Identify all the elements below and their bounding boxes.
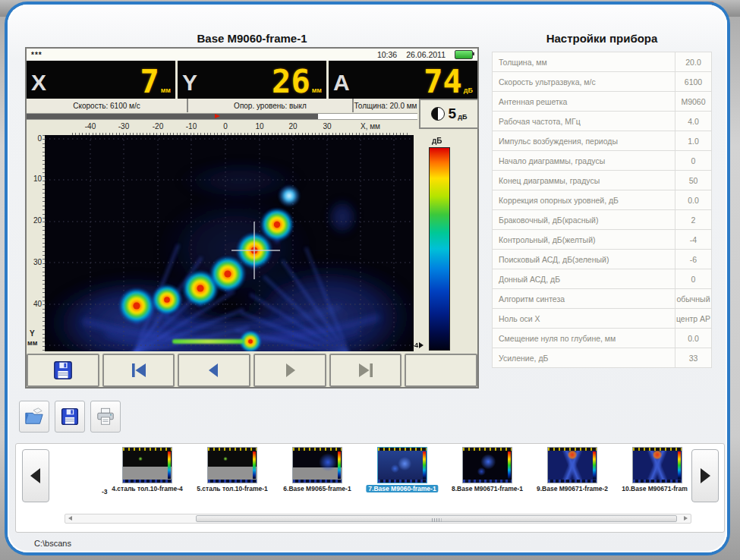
filmstrip-scrollbar[interactable]: [65, 514, 691, 524]
save-file-button[interactable]: [55, 401, 85, 433]
nav-spacer-button[interactable]: [405, 354, 477, 387]
last-frame-button[interactable]: [329, 354, 402, 387]
setting-value: 4.0: [675, 112, 712, 131]
thumbnail-image: [633, 451, 682, 480]
settings-row: Скорость ультразвука, м/с6100: [493, 72, 712, 92]
setting-value: 6100: [675, 72, 712, 92]
filmstrip-item[interactable]: 6.Base M9065-frame-1: [292, 447, 342, 496]
device-status-left: ***: [31, 51, 43, 59]
filmstrip-scroll-right-button[interactable]: [691, 449, 719, 502]
settings-row: Донный АСД, дБ0: [493, 269, 712, 289]
save-frame-button[interactable]: [27, 354, 99, 387]
filmstrip-item[interactable]: 5.сталь тол.10-frame-1: [207, 447, 257, 496]
scan-title: Base M9060-frame-1: [25, 32, 479, 45]
x-axis-tick: -10: [186, 122, 197, 131]
filmstrip-label: 9.Base M90671-frame-2: [537, 485, 608, 492]
filmstrip-thumbnail[interactable]: [122, 447, 172, 483]
scrollbar-left-arrow-icon[interactable]: [68, 516, 72, 521]
x-axis-tick: -30: [118, 122, 129, 131]
settings-row: Ноль оси Xцентр АР: [493, 309, 712, 329]
filmstrip-thumbnail[interactable]: [462, 447, 512, 483]
setting-label: Усиление, дБ: [493, 348, 675, 368]
bscan-image[interactable]: [45, 135, 414, 351]
setting-value: 0.0: [675, 329, 712, 348]
readout-unit: мм: [161, 87, 171, 94]
filmstrip-thumbnail[interactable]: [377, 447, 427, 483]
readout-label: Y: [182, 71, 197, 94]
settings-row: Начало диаграммы, градусы0: [493, 151, 712, 171]
filmstrip-item[interactable]: 9.Base M90671-frame-2: [547, 447, 597, 496]
filmstrip-thumbnail[interactable]: [632, 447, 682, 483]
filmstrip-thumbnail[interactable]: [547, 447, 597, 483]
save-icon: [52, 360, 74, 381]
setting-value: -4: [675, 230, 712, 250]
contrast-unit: дБ: [458, 113, 467, 121]
x-axis-tick: 20: [288, 122, 297, 131]
scan-position-bar: [27, 113, 417, 120]
prev-frame-button[interactable]: [178, 354, 250, 387]
setting-label: Толщина, мм: [493, 52, 675, 72]
readout-value: 7: [140, 68, 159, 97]
colorbar-column: дБ -4: [414, 135, 480, 351]
x-axis-unit: X, мм: [361, 122, 380, 131]
contrast-control[interactable]: 5 дБ: [419, 99, 479, 129]
setting-value: -6: [675, 250, 712, 269]
x-axis-tick: -40: [85, 122, 96, 131]
setting-value: 20.0: [675, 52, 712, 72]
device-time: 10:36: [377, 50, 397, 59]
thumbnail-bottombar: [123, 480, 172, 483]
settings-table: Толщина, мм20.0Скорость ультразвука, м/с…: [492, 52, 712, 368]
setting-label: Начало диаграммы, градусы: [493, 151, 675, 171]
filmstrip-item[interactable]: 8.Base M90671-frame-1: [462, 447, 512, 496]
next-frame-button[interactable]: [253, 354, 326, 387]
settings-row: Конец диаграммы, градусы50: [493, 171, 712, 190]
setting-label: Конец диаграммы, градусы: [493, 171, 675, 190]
thumbnail-colorbar: [508, 451, 511, 479]
settings-row: Смещение нуля по глубине, мм0.0: [493, 329, 712, 348]
y-axis: Y мм 010203040: [27, 135, 45, 351]
y-axis-unit: Y: [30, 329, 35, 338]
filmstrip-label: 7.Base M9060-frame-1: [366, 485, 438, 492]
scrollbar-right-arrow-icon[interactable]: [684, 516, 688, 521]
readout-a: A74дБ: [329, 61, 477, 99]
thumbnail-colorbar: [168, 451, 171, 479]
setting-label: Донный АСД, дБ: [493, 269, 675, 289]
settings-row: Антенная решеткаM9060: [493, 92, 712, 112]
setting-value: 0: [675, 269, 712, 289]
filmstrip-thumbnail[interactable]: [292, 447, 342, 483]
scan-position-marker-icon: [215, 114, 220, 118]
setting-label: Рабочая частота, МГц: [493, 112, 675, 131]
y-axis-tick: 10: [33, 175, 42, 183]
scrollbar-thumb[interactable]: [196, 515, 677, 522]
first-frame-button[interactable]: [102, 354, 175, 387]
save-icon: [60, 407, 80, 426]
filmstrip-item[interactable]: 10.Base M90671-fram...: [632, 447, 682, 496]
setting-label: Скорость ультразвука, м/с: [493, 72, 675, 92]
y-axis-tick: 0: [37, 134, 42, 143]
x-axis: X, мм -40-30-20-100102030: [27, 121, 417, 135]
setting-value: 50: [675, 171, 712, 190]
setting-value: 0: [675, 151, 712, 171]
setting-label: Смещение нуля по глубине, мм: [493, 329, 675, 348]
filmstrip-thumbnail[interactable]: [207, 447, 257, 483]
x-axis-tick: 10: [255, 122, 263, 131]
device-screen: *** 10:36 26.06.2011 X7ммY26ммA74дБ Скор…: [25, 47, 479, 389]
y-axis-tick: 30: [33, 258, 42, 266]
last-frame-icon: [356, 362, 376, 379]
settings-row: Импульс возбуждения, периоды1.0: [493, 131, 712, 151]
filmstrip-label: 5.сталь тол.10-frame-1: [197, 485, 267, 492]
colorbar: [429, 147, 450, 351]
filmstrip-item[interactable]: 7.Base M9060-frame-1: [377, 447, 427, 496]
settings-row: Поисковый АСД, дБ(зеленый)-6: [493, 250, 712, 269]
scan-hotspot: [118, 287, 155, 324]
readout-label: A: [333, 71, 350, 94]
print-button[interactable]: [90, 401, 121, 433]
filmstrip-item[interactable]: 4.сталь тол.10-frame-4: [122, 447, 172, 496]
contrast-value: 5: [449, 105, 457, 122]
x-axis-tick: 30: [323, 122, 331, 131]
filmstrip-scroll-left-button[interactable]: [22, 449, 49, 502]
thumbnail-bottombar: [548, 480, 597, 483]
y-axis-unit-mm: мм: [27, 339, 37, 347]
x-axis-tick: 0: [223, 122, 228, 131]
open-file-button[interactable]: [19, 401, 49, 433]
